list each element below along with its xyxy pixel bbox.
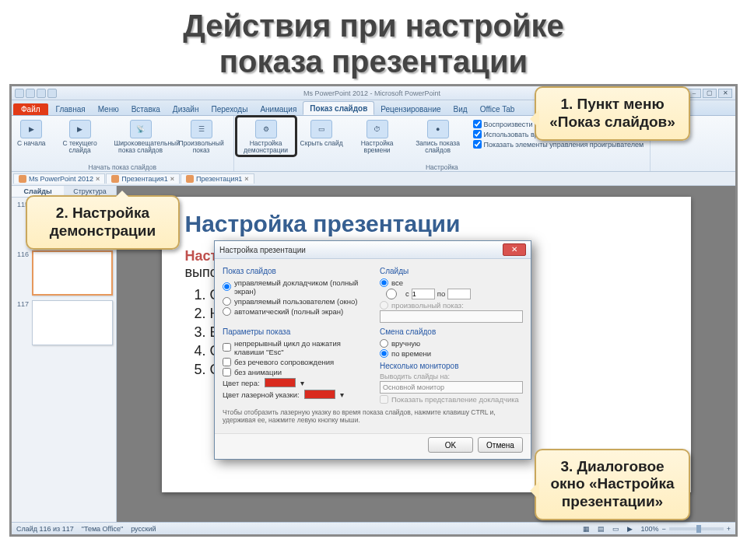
custom-show-dropdown [380, 310, 523, 323]
group-options: Параметры показа [223, 327, 366, 336]
setup-slideshow-dialog: Настройка презентации ✕ Показ слайдов уп… [214, 240, 531, 460]
dialog-close-button[interactable]: ✕ [503, 243, 526, 256]
tab-animations[interactable]: Анимация [254, 103, 303, 115]
custom-show-icon: ☰ [191, 120, 212, 138]
from-beginning-button[interactable]: ▶С начала [15, 117, 48, 148]
view-normal-icon[interactable]: ▦ [583, 525, 590, 533]
close-icon[interactable]: × [170, 175, 174, 183]
qat-undo-icon[interactable] [26, 89, 35, 98]
tab-insert[interactable]: Вставка [125, 103, 167, 115]
callout-2: 2. Настройка демонстрации [26, 195, 180, 250]
from-field[interactable] [412, 289, 435, 299]
radio-all[interactable]: все [380, 278, 523, 287]
chevron-down-icon[interactable]: ▾ [340, 390, 344, 399]
qat-more-icon[interactable] [47, 89, 57, 98]
laser-hint: Чтобы отобразить лазерную указку во врем… [223, 405, 523, 427]
custom-show-button[interactable]: ☰Произвольный показ [173, 117, 230, 155]
page-title: Действия при настройке показа презентаци… [0, 0, 747, 84]
tab-home[interactable]: Главная [50, 103, 92, 115]
pen-label: Цвет пера: [223, 379, 260, 387]
group-show: Показ слайдов [223, 267, 366, 275]
view-reading-icon[interactable]: ▭ [612, 525, 619, 533]
qat-save-icon[interactable] [15, 89, 24, 98]
slide-thumbnail[interactable] [32, 300, 113, 345]
theme-indicator: "Тема Office" [82, 525, 123, 533]
rehearse-button[interactable]: ⏱Настройка времени [349, 117, 406, 155]
show-controls-checkbox[interactable]: Показать элементы управления проигрывате… [473, 139, 644, 149]
from-current-button[interactable]: ▶С текущего слайда [51, 117, 109, 155]
zoom-in-icon[interactable]: + [727, 525, 731, 533]
language-indicator[interactable]: русский [131, 525, 156, 533]
slide-indicator: Слайд 116 из 117 [16, 525, 74, 533]
tab-transitions[interactable]: Переходы [205, 103, 254, 115]
laser-color-swatch[interactable] [304, 390, 335, 399]
radio-speaker[interactable]: управляемый докладчиком (полный экран) [223, 278, 366, 296]
quick-access-toolbar [15, 89, 57, 98]
setup-slideshow-button[interactable]: ⚙Настройка демонстрации [237, 117, 295, 155]
maximize-button[interactable]: ▢ [703, 89, 717, 98]
thumb-num: 117 [15, 300, 29, 308]
hide-slide-button[interactable]: ▭Скрыть слайд [298, 117, 345, 148]
title-line-2: показа презентации [0, 44, 747, 79]
title-line-1: Действия при настройке [0, 8, 747, 44]
play-current-icon: ▶ [69, 120, 91, 138]
ok-button[interactable]: OK [428, 437, 473, 453]
radio-kiosk[interactable]: автоматический (полный экран) [223, 306, 366, 316]
view-slideshow-icon[interactable]: ▶ [627, 525, 633, 533]
close-icon[interactable]: × [244, 175, 248, 183]
tab-design[interactable]: Дизайн [167, 103, 205, 115]
hide-icon: ▭ [310, 120, 332, 138]
record-icon: ● [427, 120, 449, 138]
ppt-icon [19, 175, 26, 183]
monitor-label: Выводить слайды на: [380, 373, 523, 380]
doc-tab-0[interactable]: Ms PowerPoint 2012× [13, 173, 105, 184]
zoom-value: 100% [640, 525, 658, 533]
check-nonarr[interactable]: без речевого сопровождения [223, 357, 366, 366]
monitor-dropdown: Основной монитор [380, 381, 523, 394]
screenshot-frame: Ms PowerPoint 2012 - Microsoft PowerPoin… [9, 84, 738, 537]
check-presenter[interactable]: Показать представление докладчика [380, 394, 523, 404]
pen-color-swatch[interactable] [265, 378, 296, 387]
to-field[interactable] [447, 289, 471, 299]
group-advance: Смена слайдов [380, 327, 523, 336]
radio-timed[interactable]: по времени [380, 348, 523, 358]
chevron-down-icon[interactable]: ▾ [300, 379, 304, 387]
status-bar: Слайд 116 из 117 "Тема Office" русский ▦… [12, 522, 735, 534]
callout-3: 3. Диалоговое окно «Настройка презентаци… [535, 449, 690, 520]
zoom-out-icon[interactable]: − [661, 525, 665, 533]
ribbon-group-start: ▶С начала ▶С текущего слайда 📡Широковеща… [12, 116, 234, 171]
laser-label: Цвет лазерной указки: [223, 390, 300, 399]
group-monitors: Несколько мониторов [380, 362, 523, 370]
play-icon: ▶ [20, 120, 42, 138]
dialog-title-bar: Настройка презентации ✕ [215, 241, 531, 259]
radio-manual[interactable]: вручную [380, 338, 523, 348]
group-title-start: Начать показ слайдов [15, 163, 230, 171]
clock-icon: ⏱ [366, 120, 388, 138]
close-icon[interactable]: × [96, 175, 100, 183]
tab-file[interactable]: Файл [13, 103, 48, 115]
radio-custom[interactable]: произвольный показ: [380, 300, 523, 310]
tab-officetab[interactable]: Office Tab [474, 103, 521, 115]
tab-view[interactable]: Вид [447, 103, 474, 115]
radio-user[interactable]: управляемый пользователем (окно) [223, 296, 366, 306]
dialog-title: Настройка презентации [219, 246, 503, 254]
doc-tab-2[interactable]: Презентация1× [181, 173, 254, 184]
check-loop[interactable]: непрерывный цикл до нажатия клавиши "Esc… [223, 338, 366, 356]
qat-redo-icon[interactable] [37, 89, 46, 98]
zoom-slider[interactable] [669, 527, 724, 530]
radio-range[interactable]: спо [380, 288, 523, 299]
record-button[interactable]: ●Запись показа слайдов [409, 117, 467, 155]
broadcast-icon: 📡 [130, 120, 152, 138]
check-noanim[interactable]: без анимации [223, 367, 366, 376]
callout-1: 1. Пункт меню «Показ слайдов» [535, 86, 690, 141]
tab-slideshow[interactable]: Показ слайдов [303, 101, 374, 115]
group-title-setup: Настройка [237, 163, 647, 171]
tab-menu[interactable]: Меню [92, 103, 125, 115]
tab-review[interactable]: Рецензирование [374, 103, 447, 115]
cancel-button[interactable]: Отмена [478, 437, 523, 453]
slide-thumbnail[interactable] [32, 250, 113, 296]
close-button[interactable]: ✕ [718, 89, 732, 98]
broadcast-button[interactable]: 📡Широковещательный показ слайдов [112, 117, 170, 155]
slide-heading: Настройка презентации [185, 211, 668, 237]
view-sorter-icon[interactable]: ▤ [598, 525, 605, 533]
